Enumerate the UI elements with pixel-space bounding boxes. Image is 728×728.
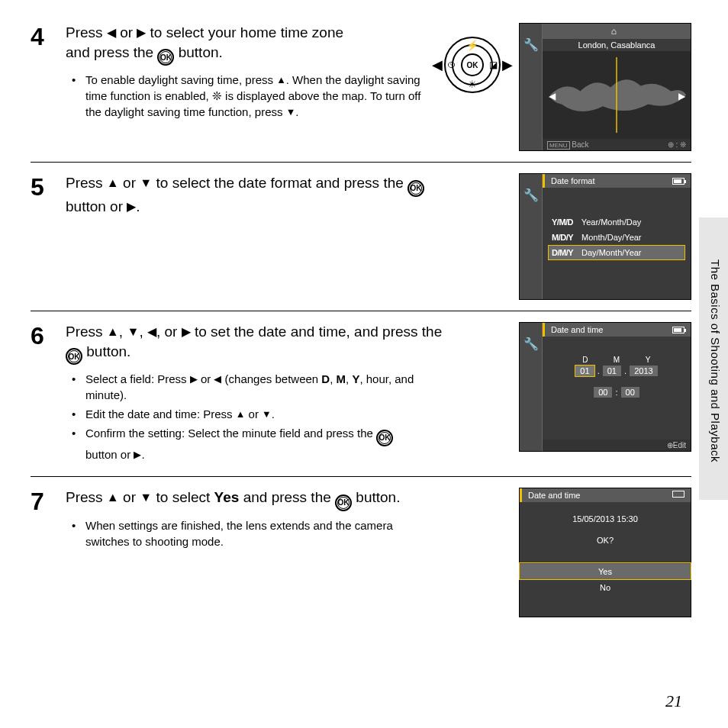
down-icon: ▼ — [127, 324, 139, 340]
right-icon: ▶ — [134, 448, 141, 462]
down-icon: ▼ — [262, 407, 272, 421]
world-map: ◀ ▶ — [543, 51, 691, 139]
ok-icon: OK — [66, 348, 82, 365]
left-icon: ◀ — [147, 324, 156, 340]
step-6-bullet-2: Edit the date and time: Press ▲ or ▼. — [76, 406, 427, 422]
choice-yes[interactable]: Yes — [520, 563, 691, 579]
field-month[interactable]: 01 — [603, 366, 621, 376]
step-6: 6 Press ▲, ▼, ◀, or ▶ to set the date an… — [31, 322, 691, 477]
step-5-headline: Press ▲ or ▼ to select the date format a… — [66, 173, 447, 216]
format-option-dmy[interactable]: D/M/Y Day/Month/Year — [549, 246, 685, 259]
right-icon: ▶ — [182, 324, 191, 340]
up-icon: ▲ — [107, 324, 119, 340]
choice-no[interactable]: No — [520, 579, 691, 595]
field-year[interactable]: 2013 — [630, 366, 657, 376]
up-icon: ▲ — [107, 489, 119, 506]
format-option-ymd[interactable]: Y/M/D Year/Month/Day — [549, 215, 685, 229]
step-4: 4 Press ◀ or ▶ to select your home time … — [31, 23, 691, 163]
confirm-datetime: 15/05/2013 15:30 — [526, 514, 685, 523]
footer-right: ⊕ : ❊ — [668, 140, 686, 149]
svg-text:▶: ▶ — [678, 91, 686, 101]
right-arrow-icon: ▶ — [502, 56, 513, 73]
timezone-title: London, Casablanca — [543, 39, 691, 51]
battery-icon — [672, 491, 685, 498]
step-number: 4 — [31, 23, 66, 151]
left-arrow-icon: ◀ — [432, 56, 443, 73]
step-6-bullet-1: Select a field: Press ▶ or ◀ (changes be… — [76, 371, 427, 403]
down-icon: ▼ — [140, 175, 152, 192]
label-d: D — [571, 356, 600, 364]
down-icon: ▼ — [286, 105, 296, 119]
screen-title: Date format — [551, 176, 594, 185]
step-7-bullet: When settings are finished, the lens ext… — [76, 517, 427, 549]
svg-text:◀: ◀ — [549, 91, 556, 101]
home-icon: ⌂ — [611, 26, 617, 37]
timer-icon: ⏲ — [447, 60, 456, 70]
back-label: MENU Back — [547, 140, 589, 149]
step-7-headline: Press ▲ or ▼ to select Yes and press the… — [66, 488, 447, 511]
format-option-mdy[interactable]: M/D/Y Month/Day/Year — [549, 230, 685, 244]
up-icon: ▲ — [236, 407, 246, 421]
exposure-icon: ☀ — [468, 79, 477, 90]
date-format-screen: 🔧 Date format Y/M/D Year/Month/Day M/D/Y… — [519, 173, 691, 300]
step-5: 5 Press ▲ or ▼ to select the date format… — [31, 173, 691, 311]
screen-title: Date and time — [528, 491, 580, 500]
step-number: 7 — [31, 488, 66, 617]
dst-icon: ❊ — [212, 89, 222, 102]
step-4-bullet: To enable daylight saving time, press ▲.… — [76, 72, 426, 120]
step-7: 7 Press ▲ or ▼ to select Yes and press t… — [31, 488, 691, 628]
label-m: M — [602, 356, 631, 364]
step-number: 6 — [31, 322, 66, 465]
screen-title: Date and time — [551, 325, 603, 334]
edit-label: ⊕Edit — [667, 441, 686, 449]
ok-icon: OK — [407, 180, 424, 197]
battery-icon — [672, 178, 685, 185]
left-icon: ◀ — [107, 24, 116, 41]
ok-icon: OK — [376, 430, 393, 446]
step-number: 5 — [31, 173, 66, 300]
left-icon: ◀ — [214, 372, 221, 386]
flash-icon: ⚡ — [466, 40, 478, 51]
down-icon: ▼ — [140, 489, 152, 506]
right-icon: ▶ — [127, 198, 136, 215]
up-icon: ▲ — [276, 73, 286, 87]
ok-icon: OK — [335, 494, 352, 511]
right-icon: ▶ — [190, 372, 198, 386]
field-minute[interactable]: 00 — [621, 387, 639, 398]
up-icon: ▲ — [107, 175, 119, 192]
confirm-prompt: OK? — [526, 536, 685, 545]
field-hour[interactable]: 00 — [594, 387, 612, 398]
timezone-screen: 🔧 ⌂ London, Casablanca ◀ ▶ MENU Ba — [519, 23, 691, 151]
field-day[interactable]: 01 — [575, 366, 594, 376]
section-label: The Basics of Shooting and Playback — [709, 259, 722, 462]
ok-center: OK — [461, 53, 484, 76]
confirm-screen: Date and time 15/05/2013 15:30 OK? Yes N… — [519, 488, 691, 617]
wrench-icon: 🔧 — [523, 337, 539, 351]
battery-icon — [672, 327, 685, 333]
wrench-icon: 🔧 — [523, 37, 539, 52]
date-time-screen: 🔧 Date and time D M Y 01 . 01 . 2013 00 … — [519, 322, 691, 452]
label-y: Y — [633, 356, 662, 364]
comp-icon: ◪ — [489, 60, 498, 70]
step-4-headline: Press ◀ or ▶ to select your home time zo… — [66, 23, 356, 66]
right-icon: ▶ — [137, 24, 146, 41]
step-6-headline: Press ▲, ▼, ◀, or ▶ to set the date and … — [66, 322, 447, 365]
wrench-icon: 🔧 — [523, 188, 539, 202]
ok-icon: OK — [157, 49, 174, 66]
map-svg: ◀ ▶ — [543, 51, 691, 139]
step-6-bullet-3: Confirm the setting: Select the minute f… — [76, 425, 427, 462]
multi-selector-diagram: OK ⚡ ☀ ⏲ ◪ ◀ ▶ — [433, 26, 511, 104]
page-number: 21 — [665, 691, 682, 711]
